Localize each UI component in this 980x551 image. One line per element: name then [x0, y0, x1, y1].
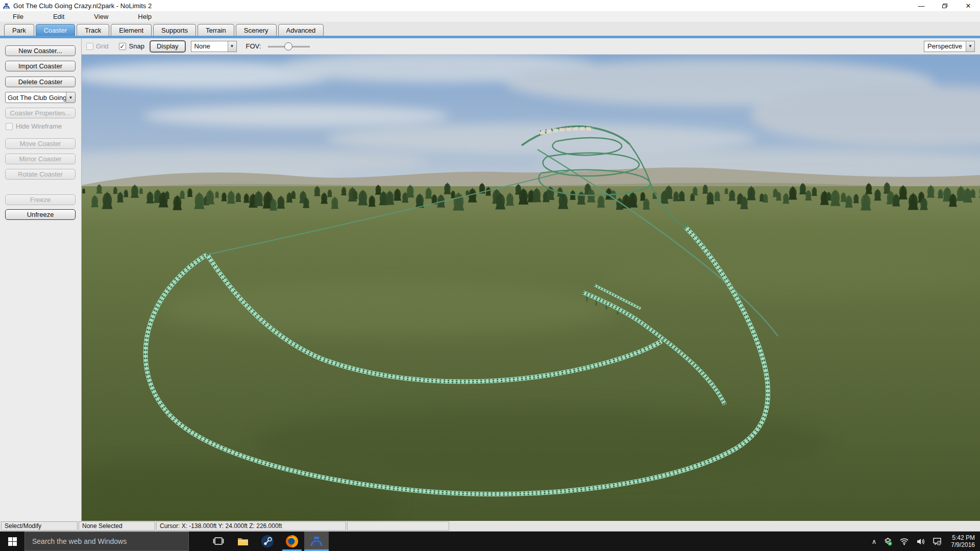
freeze-button[interactable]: Freeze: [5, 194, 76, 205]
nolimits2-button[interactable]: [304, 532, 329, 551]
task-view-icon: [212, 536, 225, 547]
fov-label: FOV:: [246, 42, 261, 50]
wifi-icon[interactable]: [899, 538, 909, 545]
delete-coaster-button[interactable]: Delete Coaster: [5, 77, 76, 87]
view-mode-value: Perspective: [924, 42, 966, 50]
firefox-icon: [285, 535, 299, 548]
new-coaster-button[interactable]: New Coaster...: [5, 45, 76, 56]
task-view-button[interactable]: [206, 532, 231, 551]
status-cursor-coords: Cursor: X: -138.000ft Y: 24.000ft Z: 226…: [156, 521, 346, 531]
coaster-select-dropdown[interactable]: Got The Club Going ▼: [5, 92, 76, 103]
snap-checkbox[interactable]: ✓: [119, 43, 126, 50]
minimize-button[interactable]: —: [910, 0, 933, 11]
action-center-icon[interactable]: [933, 537, 942, 545]
restore-button[interactable]: [933, 0, 957, 11]
menu-edit[interactable]: Edit: [53, 13, 64, 20]
rotate-coaster-button[interactable]: Rotate Coaster: [5, 169, 76, 180]
mirror-coaster-button[interactable]: Mirror Coaster: [5, 154, 76, 164]
app-coaster-icon: [3, 2, 10, 10]
status-empty: [347, 521, 449, 531]
dropbox-sync-icon[interactable]: [884, 537, 892, 546]
nolimits2-icon: [310, 535, 323, 548]
close-icon: ✕: [966, 2, 971, 10]
firefox-button[interactable]: [280, 532, 304, 551]
tab-advanced[interactable]: Advanced: [278, 24, 324, 36]
check-icon: ✓: [120, 43, 125, 50]
chevron-down-icon: ▼: [228, 41, 236, 52]
taskbar-search-input[interactable]: Search the web and Windows: [24, 532, 189, 551]
clock-date: 7/9/2016: [951, 541, 975, 548]
steam-icon: [261, 535, 274, 548]
hide-wireframe-checkbox-row[interactable]: Hide Wireframe: [6, 122, 62, 130]
grid-checkbox[interactable]: [86, 43, 93, 50]
file-explorer-icon: [237, 536, 249, 546]
window-title: Got The Club Going Crazy.nl2park - NoLim…: [13, 2, 152, 10]
windows-logo-icon: [8, 537, 17, 546]
tab-track[interactable]: Track: [77, 24, 109, 36]
status-mode: Select/Modify: [1, 521, 78, 531]
coaster-select-value: Got The Club Going: [6, 94, 66, 102]
restore-icon: [942, 4, 947, 8]
snap-label: Snap: [129, 42, 144, 50]
coaster-properties-button[interactable]: Coaster Properties...: [5, 108, 76, 118]
tray-chevron-icon[interactable]: ∧: [872, 538, 877, 545]
tab-element[interactable]: Element: [111, 24, 152, 36]
unfreeze-button[interactable]: Unfreeze: [5, 209, 76, 220]
view-mode-dropdown[interactable]: Perspective ▼: [924, 41, 975, 52]
steam-button[interactable]: [255, 532, 280, 551]
statusbar: Select/Modify None Selected Cursor: X: -…: [0, 521, 980, 532]
tabbar: Park Coaster Track Element Supports Terr…: [0, 22, 980, 36]
move-coaster-button[interactable]: Move Coaster: [5, 138, 76, 149]
tab-park[interactable]: Park: [4, 24, 34, 36]
chevron-down-icon: ▼: [966, 41, 974, 52]
volume-icon[interactable]: [916, 538, 925, 545]
chevron-down-icon: ▼: [66, 92, 75, 103]
taskbar: Search the web and Windows: [0, 532, 980, 551]
status-selection: None Selected: [79, 521, 155, 531]
tab-terrain[interactable]: Terrain: [198, 24, 234, 36]
search-placeholder: Search the web and Windows: [32, 537, 127, 545]
3d-viewport[interactable]: [82, 55, 980, 521]
tab-scenery[interactable]: Scenery: [236, 24, 277, 36]
titlebar: Got The Club Going Crazy.nl2park - NoLim…: [0, 0, 980, 11]
fov-slider[interactable]: [268, 42, 310, 51]
minimize-icon: —: [918, 2, 925, 10]
menu-help[interactable]: Help: [138, 13, 152, 20]
display-mode-value: None: [191, 42, 228, 50]
coaster-toolbar: Grid ✓ Snap Display None ▼ FOV: Perspect…: [82, 38, 980, 55]
display-button[interactable]: Display: [150, 40, 186, 53]
grid-label: Grid: [96, 42, 109, 50]
fov-slider-thumb[interactable]: [284, 42, 292, 51]
hide-wireframe-label: Hide Wireframe: [16, 122, 62, 130]
file-explorer-button[interactable]: [231, 532, 255, 551]
display-mode-dropdown[interactable]: None ▼: [191, 41, 237, 52]
close-button[interactable]: ✕: [957, 0, 980, 11]
nolimits2-window: Got The Club Going Crazy.nl2park - NoLim…: [0, 0, 980, 551]
menu-view[interactable]: View: [94, 13, 108, 20]
tab-supports[interactable]: Supports: [153, 24, 196, 36]
taskbar-clock[interactable]: 5:42 PM 7/9/2016: [949, 534, 975, 548]
menu-file[interactable]: File: [13, 13, 23, 20]
hide-wireframe-checkbox[interactable]: [6, 123, 13, 130]
tab-coaster[interactable]: Coaster: [36, 24, 76, 36]
import-coaster-button[interactable]: Import Coaster: [5, 61, 76, 71]
start-button[interactable]: [0, 532, 24, 551]
menubar: File Edit View Help: [0, 11, 980, 22]
clock-time: 5:42 PM: [951, 534, 975, 541]
coaster-sidebar: New Coaster... Import Coaster Delete Coa…: [0, 38, 82, 521]
